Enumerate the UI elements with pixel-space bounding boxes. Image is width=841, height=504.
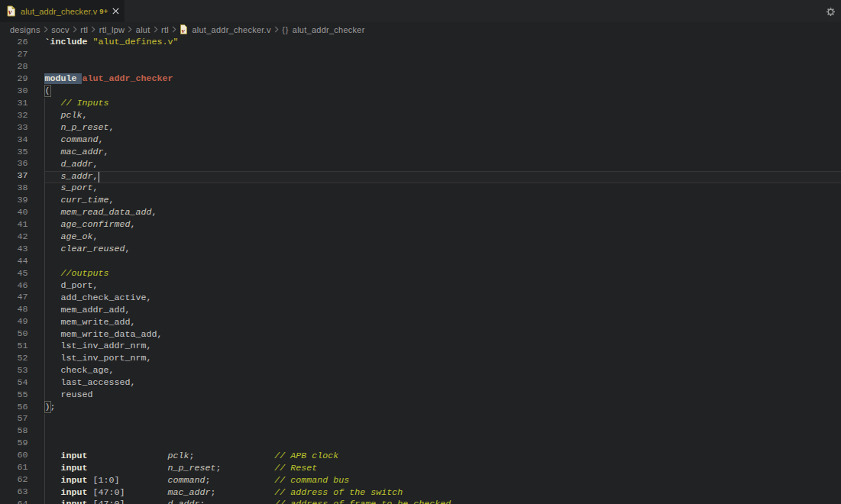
svg-text:v: v — [8, 8, 12, 16]
svg-text:v: v — [182, 27, 186, 34]
